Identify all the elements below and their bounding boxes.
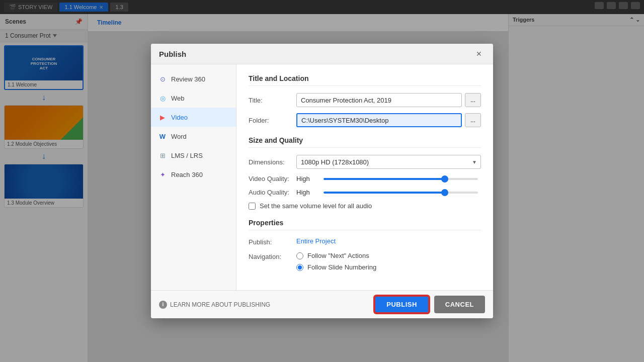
audio-quality-row: Audio Quality: High [249,189,481,196]
publish-value[interactable]: Entire Project [296,237,336,245]
same-volume-checkbox[interactable] [249,203,256,210]
navigation-radio-group: Follow "Next" Actions Follow Slide Numbe… [296,252,376,271]
dialog-body: ⊙ Review 360 ◎ Web ▶ Video W Word ⊞ LM [151,64,493,290]
size-quality-section: Size and Quality Dimensions: 1080p HD (1… [249,136,481,210]
review-360-icon: ⊙ [158,74,167,83]
title-location-section: Title and Location Title: ... Folder: ..… [249,74,481,127]
audio-quality-label: Audio Quality: [249,189,296,196]
nav-item-web[interactable]: ◎ Web [151,88,236,108]
video-quality-slider[interactable] [324,178,478,180]
audio-quality-value: High [296,189,320,196]
nav-item-video-label: Video [171,114,188,121]
video-quality-row: Video Quality: High [249,175,481,183]
title-label: Title: [249,97,296,104]
cancel-button[interactable]: CANCEL [434,296,485,313]
dimensions-row: Dimensions: 1080p HD (1728x1080) 720p HD… [249,155,481,169]
navigation-label: Navigation: [249,252,296,260]
nav-item-web-label: Web [171,95,185,102]
footer-learn-more[interactable]: i LEARN MORE ABOUT PUBLISHING [159,301,270,309]
size-quality-heading: Size and Quality [249,136,481,148]
properties-heading: Properties [249,219,481,230]
folder-label: Folder: [249,117,296,124]
dialog-overlay: Publish ✕ ⊙ Review 360 ◎ Web ▶ Video [0,0,644,362]
dialog-footer: i LEARN MORE ABOUT PUBLISHING PUBLISH CA… [151,290,493,318]
nav-item-review-360-label: Review 360 [171,75,205,83]
same-volume-label: Set the same volume level for all audio [260,202,372,210]
title-input[interactable] [296,93,462,107]
dialog-title: Publish [159,50,186,58]
follow-next-radio[interactable] [296,252,303,259]
nav-item-reach-360-label: Reach 360 [171,171,203,178]
publish-button[interactable]: PUBLISH [374,296,429,313]
dialog-header: Publish ✕ [151,44,493,64]
title-field-row: Title: ... [249,93,481,107]
publish-dialog: Publish ✕ ⊙ Review 360 ◎ Web ▶ Video [151,44,493,318]
nav-item-video[interactable]: ▶ Video [151,108,236,127]
audio-quality-slider[interactable] [324,192,478,194]
properties-section: Properties Publish: Entire Project Navig… [249,219,481,271]
footer-buttons: PUBLISH CANCEL [374,296,485,313]
publish-prop-label: Publish: [249,237,296,246]
folder-field-row: Folder: ... [249,113,481,127]
nav-item-word[interactable]: W Word [151,127,236,146]
nav-item-review-360[interactable]: ⊙ Review 360 [151,69,236,88]
video-icon: ▶ [158,113,167,122]
nav-item-lms-label: LMS / LRS [171,152,203,159]
nav-item-word-label: Word [171,133,187,140]
follow-next-label: Follow "Next" Actions [307,252,369,259]
follow-next-row: Follow "Next" Actions [296,252,376,259]
nav-item-reach-360[interactable]: ✦ Reach 360 [151,165,236,184]
same-volume-row: Set the same volume level for all audio [249,202,481,210]
lms-icon: ⊞ [158,151,167,160]
follow-slide-radio[interactable] [296,264,303,271]
nav-item-lms[interactable]: ⊞ LMS / LRS [151,146,236,165]
reach-360-icon: ✦ [158,170,167,179]
follow-slide-label: Follow Slide Numbering [307,263,376,271]
dimensions-label: Dimensions: [249,158,296,166]
title-location-heading: Title and Location [249,74,481,86]
web-icon: ◎ [158,94,167,103]
dialog-nav: ⊙ Review 360 ◎ Web ▶ Video W Word ⊞ LM [151,64,236,290]
folder-input[interactable] [296,113,462,127]
dimensions-select-wrapper: 1080p HD (1728x1080) 720p HD (644x362) … [296,155,481,169]
info-icon: i [159,301,167,309]
navigation-row: Navigation: Follow "Next" Actions Follow… [249,252,481,271]
dialog-content: Title and Location Title: ... Folder: ..… [236,64,493,290]
folder-browse-button[interactable]: ... [465,113,481,127]
follow-slide-row: Follow Slide Numbering [296,263,376,271]
video-quality-value: High [296,175,320,183]
publish-row: Publish: Entire Project [249,237,481,246]
learn-more-text: LEARN MORE ABOUT PUBLISHING [170,301,270,308]
dimensions-select[interactable]: 1080p HD (1728x1080) 720p HD (644x362) … [296,155,481,169]
word-icon: W [158,132,167,141]
title-browse-button[interactable]: ... [465,93,481,107]
dialog-close-button[interactable]: ✕ [473,49,485,59]
video-quality-label: Video Quality: [249,175,296,183]
